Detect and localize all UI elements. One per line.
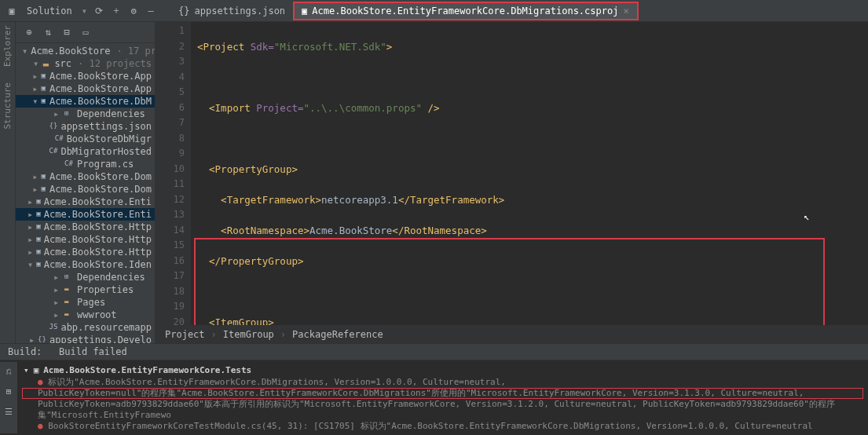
close-icon[interactable]: × — [623, 5, 628, 16]
annotation-box — [194, 238, 825, 325]
tab-label: appsettings.json — [194, 5, 285, 16]
bc-itemgroup[interactable]: ItemGroup — [223, 329, 274, 340]
project-icon: ▣ — [41, 84, 46, 93]
tree-item[interactable]: ▸{}appsettings.Develo — [16, 334, 155, 343]
filter-icon[interactable]: ⎌ — [3, 365, 14, 376]
dep-icon: ⊞ — [64, 109, 74, 119]
refresh-icon[interactable]: ⟳ — [93, 5, 104, 16]
project-icon: ▣ — [36, 235, 40, 244]
tree-item[interactable]: ▸▣Acme.BookStore.Http — [16, 233, 155, 246]
project-icon: ▣ — [36, 197, 40, 207]
left-tool-strip: Explorer Structure — [0, 22, 16, 343]
project-icon: ▣ — [41, 97, 46, 106]
error-line[interactable]: PublicKeyToken=null"的程序集"Acme.BookStore.… — [22, 388, 863, 399]
top-bar: ▣ Solution▾ ⟳ ＋ ⚙ — {} appsettings.json … — [0, 0, 868, 22]
bottom-panel: Build: Build failed ⎌ ⊞ ☰ ▾▣Acme.BookSto… — [0, 343, 868, 435]
error-line[interactable]: PublicKeyToken=adb9793829ddae60"版本高于所引用的… — [22, 399, 863, 421]
tree-item[interactable]: ▸▣Acme.BookStore.Http — [16, 246, 155, 258]
tree-item[interactable]: ▸▣Acme.BookStore.Enti — [16, 196, 155, 208]
tree-src[interactable]: ▾▬src· 12 projects — [16, 57, 155, 70]
error-group-header[interactable]: ▾▣Acme.BookStore.EntityFrameworkCore.Tes… — [22, 364, 863, 377]
tree-item[interactable]: C#Program.cs — [16, 158, 155, 170]
tree-item[interactable]: ▸⊞Dependencies — [16, 271, 155, 283]
target-icon[interactable]: ⊕ — [24, 27, 35, 38]
collapse-icon[interactable]: — — [145, 5, 156, 16]
tree-item[interactable]: ▾▣Acme.BookStore.DbM — [16, 95, 155, 108]
folder-icon: ▬ — [64, 285, 74, 294]
tree-item[interactable]: ▸▣Acme.BookStore.Dom — [16, 183, 155, 196]
project-icon: ▣ — [41, 71, 46, 81]
bc-project[interactable]: Project — [165, 329, 205, 340]
tree-item[interactable]: ▸⊞Dependencies — [16, 108, 155, 120]
code-editor: 1234567891011121314✎15161718192021 <Proj… — [156, 22, 868, 343]
tree-item[interactable]: C#DbMigratorHosted — [16, 145, 155, 158]
json-icon: {} — [178, 5, 189, 16]
tree-item[interactable]: ▾▣Acme.BookStore.Iden — [16, 258, 155, 271]
project-icon: ▣ — [41, 172, 46, 181]
project-icon: ▣ — [36, 210, 40, 219]
tree-item[interactable]: ▸▣Acme.BookStore.Enti — [16, 208, 155, 221]
js-icon: JS — [49, 323, 58, 332]
csproj-icon: ▣ — [302, 5, 307, 16]
tab-label: Acme.BookStore.EntityFrameworkCore.DbMig… — [312, 5, 618, 16]
json-icon: {} — [38, 335, 46, 343]
settings-icon[interactable]: ⚙ — [128, 5, 139, 16]
error-line[interactable]: ● BookStoreEntityFrameworkCoreTestModule… — [22, 421, 863, 432]
error-list: ⎌ ⊞ ☰ ▾▣Acme.BookStore.EntityFrameworkCo… — [0, 360, 868, 435]
tab-csproj[interactable]: ▣ Acme.BookStore.EntityFrameworkCore.DbM… — [294, 2, 638, 20]
dep-icon: ⊞ — [64, 272, 74, 282]
cs-icon: C# — [55, 134, 64, 144]
view-icon[interactable]: ▭ — [80, 27, 91, 38]
tree-item[interactable]: {}appsettings.json — [16, 120, 155, 133]
tree-icon[interactable]: ⊞ — [3, 386, 14, 397]
json-icon: {} — [49, 122, 58, 131]
add-icon[interactable]: ＋ — [111, 5, 122, 16]
tree-item[interactable]: ▸▣Acme.BookStore.Dom — [16, 170, 155, 183]
explorer-toolbar: ⊕ ⇅ ⊟ ▭ — [16, 22, 155, 43]
solution-tree: ▾Acme.BookStore· 17 projects ▾▬src· 12 p… — [16, 43, 155, 343]
error-icon: ● — [38, 421, 43, 431]
folder-icon: ▬ — [43, 59, 52, 68]
breadcrumb: Project› ItemGroup› PackageReference — [156, 325, 868, 343]
tree-item[interactable]: ▸▣Acme.BookStore.App — [16, 70, 155, 82]
sort-icon[interactable]: ⇅ — [42, 27, 53, 38]
tree-item[interactable]: C#BookStoreDbMigr — [16, 133, 155, 145]
project-icon: ▣ — [36, 260, 40, 269]
error-icon: ● — [38, 377, 43, 387]
project-icon: ▣ — [36, 222, 40, 232]
solution-label[interactable]: Solution — [24, 5, 75, 16]
folder-icon: ▬ — [64, 310, 74, 320]
project-icon: ▣ — [34, 365, 39, 375]
line-gutter: 1234567891011121314✎15161718192021 — [156, 22, 191, 325]
editor-tabs: {} appsettings.json ▣ Acme.BookStore.Ent… — [170, 2, 638, 20]
list-icon[interactable]: ☰ — [3, 406, 14, 417]
structure-tab[interactable]: Structure — [2, 82, 13, 130]
project-icon: ▣ — [36, 247, 40, 257]
tree-item[interactable]: ▸▣Acme.BookStore.Http — [16, 221, 155, 233]
explorer-tab[interactable]: Explorer — [2, 25, 13, 67]
expand-icon[interactable]: ⊟ — [61, 27, 72, 38]
solution-icon: ▣ — [6, 5, 17, 16]
cs-icon: C# — [49, 147, 58, 156]
tree-item[interactable]: ▸▬Properties — [16, 283, 155, 296]
tree-item[interactable]: ▸▬Pages — [16, 296, 155, 309]
tree-item[interactable]: JSabp.resourcemapp — [16, 321, 155, 334]
build-status-bar[interactable]: Build: Build failed — [0, 344, 868, 360]
error-line[interactable]: ● 标识为"Acme.BookStore.EntityFrameworkCore… — [22, 377, 863, 388]
bc-packageref[interactable]: PackageReference — [292, 329, 383, 340]
tree-item[interactable]: ▸▣Acme.BookStore.App — [16, 82, 155, 95]
solution-toolbar: ▣ Solution▾ ⟳ ＋ ⚙ — — [0, 5, 163, 16]
code-content[interactable]: <Project Sdk="Microsoft.NET.Sdk"> <Impor… — [191, 22, 868, 325]
project-icon: ▣ — [41, 185, 46, 194]
cs-icon: C# — [64, 159, 74, 169]
tab-appsettings[interactable]: {} appsettings.json — [170, 2, 294, 20]
tree-item[interactable]: ▸▬wwwroot — [16, 309, 155, 321]
solution-explorer: ⊕ ⇅ ⊟ ▭ ▾Acme.BookStore· 17 projects ▾▬s… — [16, 22, 156, 343]
error-toolbar: ⎌ ⊞ ☰ — [0, 362, 17, 433]
folder-icon: ▬ — [64, 298, 74, 307]
tree-root[interactable]: ▾Acme.BookStore· 17 projects — [16, 45, 155, 57]
